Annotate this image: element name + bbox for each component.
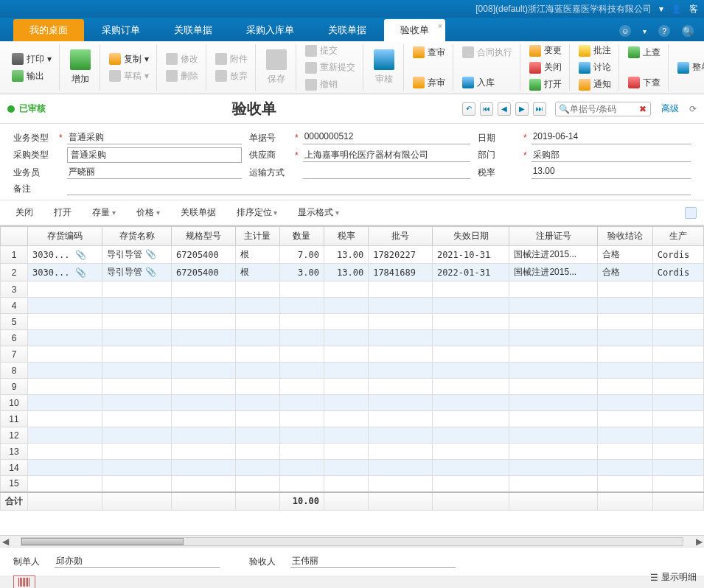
col-header[interactable]: 验收结论 [598,227,653,246]
pur-type-value[interactable]: 普通采购 [67,147,242,163]
help-icon[interactable]: ? [658,25,670,37]
remark-value[interactable] [67,182,691,195]
ship-value[interactable] [303,166,470,179]
grid-sort-button[interactable]: 排序定位 [229,203,286,222]
attach-row-icon[interactable]: 📎 [75,250,84,259]
titlebar-dropdown-icon[interactable]: ▾ [659,4,663,14]
table-row[interactable]: 13 [1,444,704,460]
table-row[interactable]: 2 3030... 📎 导引导管 📎 67205400 根 3.00 13.00… [1,264,704,281]
export-button[interactable]: 输出 [9,69,55,84]
doc-search[interactable]: 🔍 ✖ [555,102,651,116]
next-icon[interactable]: ▶ [515,102,529,116]
table-row[interactable]: 15 [1,476,704,492]
print-button[interactable]: 打印 ▾ [9,52,55,67]
col-header[interactable]: 规格型号 [172,227,236,246]
show-detail-toggle[interactable]: ☰ 显示明细 [650,571,697,584]
scroll-right-icon[interactable]: ▶ [694,536,704,547]
table-row[interactable]: 14 [1,460,704,476]
table-row[interactable]: 12 [1,427,704,444]
downcheck-button[interactable]: 下查 [625,75,663,91]
tabbar-dropdown-icon[interactable]: ▾ [643,27,647,35]
clear-search-icon[interactable]: ✖ [639,104,647,114]
advanced-link[interactable]: 高级 [661,102,679,115]
grid-hscrollbar[interactable]: ◀ ▶ [0,535,704,547]
clerk-value[interactable]: 严晓丽 [67,166,242,179]
notify-button[interactable]: 通知 [576,77,614,92]
add-button[interactable]: 增加 [66,48,95,87]
attach-row-icon[interactable]: 📎 [75,267,84,276]
col-header[interactable]: 数量 [279,227,324,246]
dept-value[interactable]: 采购部 [532,149,691,162]
col-header[interactable]: 失效日期 [432,227,509,246]
grid-price-button[interactable]: 价格 [128,203,168,222]
col-header[interactable]: 批号 [369,227,433,246]
col-header[interactable]: 存货名称 [102,227,172,246]
doc-search-input[interactable] [570,104,636,114]
prev-icon[interactable]: ◀ [498,102,511,116]
undo-icon[interactable]: ↶ [462,102,475,116]
tab-related-2[interactable]: 关联单据 [312,19,383,41]
tax-value[interactable]: 13.00 [532,166,691,179]
table-row[interactable]: 11 [1,411,704,427]
grid-stock-button[interactable]: 存量 [84,203,124,222]
annotate-button[interactable]: 批注 [576,43,614,58]
export-icon [12,70,24,82]
scroll-thumb[interactable] [21,538,184,545]
titlebar-user-icon[interactable]: 👤 [671,4,682,14]
scroll-left-icon[interactable]: ◀ [0,536,10,547]
supplier-value[interactable]: 上海嘉事明伦医疗器材有限公司 [303,149,470,162]
status-audited: 已审核 [19,102,46,115]
table-row[interactable]: 4 [1,298,704,314]
col-header[interactable]: 存货编码 [28,227,102,246]
table-row[interactable]: 10 [1,395,704,411]
upcheck-button[interactable]: 上查 [625,45,663,60]
table-row[interactable]: 7 [1,346,704,363]
grid-config-icon[interactable] [685,207,697,219]
grid-open-button[interactable]: 打开 [46,203,80,222]
col-header[interactable]: 生产 [652,227,703,246]
open-doc-button[interactable]: 打开 [526,77,565,92]
reject-button[interactable]: 弃审 [410,75,448,91]
copy-button[interactable]: 复制 ▾ [106,52,152,67]
col-header[interactable]: 注册证号 [509,227,598,246]
col-header[interactable]: 税率 [324,227,368,246]
table-row[interactable]: 9 [1,379,704,395]
date-value[interactable]: 2019-06-14 [532,131,691,144]
refresh-icon[interactable]: ⟳ [689,104,697,114]
grid-relate-button[interactable]: 关联单据 [172,203,224,222]
tab-related-1[interactable]: 关联单据 [158,19,229,41]
detail-grid[interactable]: 存货编码存货名称规格型号主计量数量税率批号失效日期注册证号验收结论生产 1 30… [0,225,704,535]
titlebar-cust[interactable]: 客 [689,3,698,15]
audit-button[interactable]: 查审 [410,45,448,60]
table-row[interactable]: 6 [1,330,704,346]
close-tab-icon[interactable]: × [438,22,442,30]
instore-button[interactable]: 入库 [459,75,515,91]
first-icon[interactable]: ⏮ [480,102,493,116]
grid-display-button[interactable]: 显示格式 [290,203,347,222]
table-row[interactable]: 5 [1,314,704,330]
search-global-icon[interactable]: 🔍 [682,25,694,37]
relate-button[interactable]: 整单关联 [675,60,704,75]
tab-purchase-in[interactable]: 采购入库单 [230,19,310,41]
tab-acceptance[interactable]: 验收单× [384,19,445,41]
maker-value[interactable]: 邱亦勋 [55,555,220,568]
discuss-button[interactable]: 讨论 [576,60,614,75]
tab-home[interactable]: 我的桌面 [13,19,84,41]
table-row[interactable]: 3 [1,281,704,298]
docno-value[interactable]: 0000000512 [303,131,470,144]
col-header[interactable] [1,227,28,246]
last-icon[interactable]: ⏭ [533,102,546,116]
tab-purchase-order[interactable]: 采购订单 [86,19,156,41]
change-button[interactable]: 变更 [526,43,565,58]
grid-close-button[interactable]: 关闭 [7,203,41,222]
biz-type-value[interactable]: 普通采购 [67,131,242,144]
recv-label: 验收人 [249,556,290,568]
attach-row-icon[interactable]: 📎 [145,267,154,276]
col-header[interactable]: 主计量 [235,227,279,246]
attach-row-icon[interactable]: 📎 [145,249,154,258]
smiley-icon[interactable]: ☺ [619,25,631,37]
recv-value[interactable]: 王伟丽 [290,555,456,568]
close-doc-button[interactable]: 关闭 [526,60,565,75]
table-row[interactable]: 8 [1,363,704,379]
table-row[interactable]: 1 3030... 📎 导引导管 📎 67205400 根 7.00 13.00… [1,246,704,264]
